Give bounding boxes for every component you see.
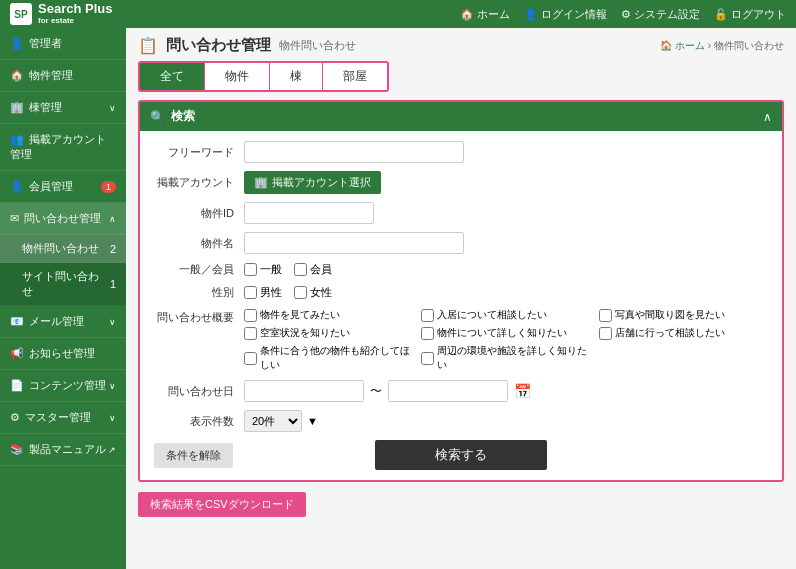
tab-building[interactable]: 棟	[270, 63, 323, 90]
breadcrumb: 🏠 ホーム › 物件問い合わせ	[660, 39, 784, 53]
inquiry-checkbox-4[interactable]	[421, 327, 434, 340]
gender-female[interactable]: 女性	[294, 285, 332, 300]
csv-download-button[interactable]: 検索結果をCSVダウンロード	[138, 492, 306, 517]
inquiry-option-7[interactable]: 周辺の環境や施設を詳しく知りたい	[421, 344, 590, 372]
sidebar-item-account[interactable]: 👥掲載アカウント管理	[0, 124, 126, 171]
sidebar-item-building[interactable]: 🏢棟管理 ∨	[0, 92, 126, 124]
main-content: 📋 問い合わせ管理 物件問い合わせ 🏠 ホーム › 物件問い合わせ 全て 物件 …	[126, 28, 796, 569]
inquiry-checkbox-2[interactable]	[599, 309, 612, 322]
inquiry-checkbox-7[interactable]	[421, 352, 434, 365]
nav-home[interactable]: 🏠 ホーム	[460, 7, 510, 22]
sidebar-item-site-inquiry[interactable]: サイト問い合わせ 1	[0, 263, 126, 306]
gender-female-checkbox[interactable]	[294, 286, 307, 299]
inquiry-option-2[interactable]: 写真や間取り図を見たい	[599, 308, 768, 322]
sidebar-item-mail[interactable]: 📧メール管理 ∨	[0, 306, 126, 338]
search-icon: 🔍	[150, 110, 165, 124]
sidebar-item-news[interactable]: 📢お知らせ管理	[0, 338, 126, 370]
account-row: 掲載アカウント 🏢 掲載アカウント選択	[154, 171, 768, 194]
collapse-icon[interactable]: ∧	[763, 110, 772, 124]
inquiry-type-label: 問い合わせ概要	[154, 308, 244, 325]
chevron-down-icon-master: ∨	[109, 413, 116, 423]
free-word-input[interactable]	[244, 141, 464, 163]
inquiry-date-from[interactable]	[244, 380, 364, 402]
gender-row: 性別 男性 女性	[154, 285, 768, 300]
inquiry-option-0[interactable]: 物件を見てみたい	[244, 308, 413, 322]
inquiry-type-row: 問い合わせ概要 物件を見てみたい 入居について相談したい	[154, 308, 768, 372]
building-icon: 🏢	[10, 101, 24, 113]
account-icon: 👥	[10, 133, 24, 145]
logo-icon: SP	[10, 3, 32, 25]
sidebar-item-property[interactable]: 🏠物件管理	[0, 60, 126, 92]
sidebar-item-member[interactable]: 👤会員管理 1	[0, 171, 126, 203]
sidebar-item-master[interactable]: ⚙マスター管理 ∨	[0, 402, 126, 434]
inquiry-option-5[interactable]: 店舗に行って相談したい	[599, 326, 768, 340]
inquiry-checkbox-6[interactable]	[244, 352, 257, 365]
breadcrumb-home[interactable]: ホーム	[675, 39, 705, 53]
tab-all[interactable]: 全て	[140, 63, 205, 90]
display-count-row: 表示件数 20件 50件 100件 ▼	[154, 410, 768, 432]
tabs: 全て 物件 棟 部屋	[138, 61, 389, 92]
nav-logout[interactable]: 🔓 ログアウト	[714, 7, 786, 22]
page-title-area: 📋 問い合わせ管理 物件問い合わせ	[138, 36, 356, 55]
member-icon: 👤	[10, 180, 24, 192]
nav-login-info[interactable]: 👤 ログイン情報	[524, 7, 607, 22]
logo: SP Search Plus for estate	[10, 2, 112, 25]
search-button[interactable]: 検索する	[375, 440, 547, 470]
member-type-member-checkbox[interactable]	[294, 263, 307, 276]
member-type-general-checkbox[interactable]	[244, 263, 257, 276]
select-icon: 🏢	[254, 176, 268, 189]
member-type-general[interactable]: 一般	[244, 262, 282, 277]
gender-male[interactable]: 男性	[244, 285, 282, 300]
mail-icon: 📧	[10, 315, 24, 327]
chevron-down-icon-contents: ∨	[109, 381, 116, 391]
search-panel-body: フリーワード 掲載アカウント 🏢 掲載アカウント選択	[140, 131, 782, 480]
inquiry-checkbox-3[interactable]	[244, 327, 257, 340]
display-count-label: 表示件数	[154, 414, 244, 429]
member-type-member[interactable]: 会員	[294, 262, 332, 277]
display-count-select[interactable]: 20件 50件 100件	[244, 410, 302, 432]
inquiry-checkbox-0[interactable]	[244, 309, 257, 322]
sidebar-item-manual[interactable]: 📚製品マニュアル ↗	[0, 434, 126, 466]
sidebar-item-inquiry[interactable]: ✉問い合わせ管理 ∧	[0, 203, 126, 235]
property-id-input[interactable]	[244, 202, 374, 224]
tab-room[interactable]: 部屋	[323, 63, 387, 90]
property-name-input[interactable]	[244, 232, 464, 254]
buttons-row: 条件を解除 検索する	[154, 440, 768, 470]
property-inquiry-badge: 2	[110, 243, 116, 255]
calendar-icon[interactable]: 📅	[514, 383, 531, 399]
reset-button[interactable]: 条件を解除	[154, 443, 233, 468]
admin-icon: 👤	[10, 37, 24, 49]
account-select-btn[interactable]: 🏢 掲載アカウント選択	[244, 171, 381, 194]
inquiry-date-to[interactable]	[388, 380, 508, 402]
gender-label: 性別	[154, 285, 244, 300]
page-subtitle: 物件問い合わせ	[279, 38, 356, 53]
gender-male-checkbox[interactable]	[244, 286, 257, 299]
member-type-row: 一般／会員 一般 会員	[154, 262, 768, 277]
inquiry-option-3[interactable]: 空室状況を知りたい	[244, 326, 413, 340]
sidebar-item-property-inquiry[interactable]: 物件問い合わせ 2	[0, 235, 126, 263]
property-id-row: 物件ID	[154, 202, 768, 224]
manual-icon: 📚	[10, 443, 24, 455]
chevron-up-icon: ∧	[109, 214, 116, 224]
contents-icon: 📄	[10, 379, 24, 391]
sidebar-item-admin[interactable]: 👤管理者	[0, 28, 126, 60]
search-panel-header: 🔍 検索 ∧	[140, 102, 782, 131]
member-type-label: 一般／会員	[154, 262, 244, 277]
free-word-label: フリーワード	[154, 145, 244, 160]
sidebar-item-contents[interactable]: 📄コンテンツ管理 ∨	[0, 370, 126, 402]
tab-property[interactable]: 物件	[205, 63, 270, 90]
property-icon: 🏠	[10, 69, 24, 81]
master-icon: ⚙	[10, 411, 20, 423]
inquiry-option-4[interactable]: 物件について詳しく知りたい	[421, 326, 590, 340]
chevron-down-icon-mail: ∨	[109, 317, 116, 327]
inquiry-option-1[interactable]: 入居について相談したい	[421, 308, 590, 322]
header-nav: 🏠 ホーム 👤 ログイン情報 ⚙ システム設定 🔓 ログアウト	[460, 7, 786, 22]
inquiry-checkbox-5[interactable]	[599, 327, 612, 340]
logo-text: Search Plus for estate	[38, 2, 112, 25]
inquiry-option-6[interactable]: 条件に合う他の物件も紹介してほしい	[244, 344, 413, 372]
inquiry-checkbox-1[interactable]	[421, 309, 434, 322]
inquiry-date-row: 問い合わせ日 〜 📅	[154, 380, 768, 402]
property-name-row: 物件名	[154, 232, 768, 254]
inquiry-icon: ✉	[10, 212, 19, 224]
nav-system-settings[interactable]: ⚙ システム設定	[621, 7, 700, 22]
